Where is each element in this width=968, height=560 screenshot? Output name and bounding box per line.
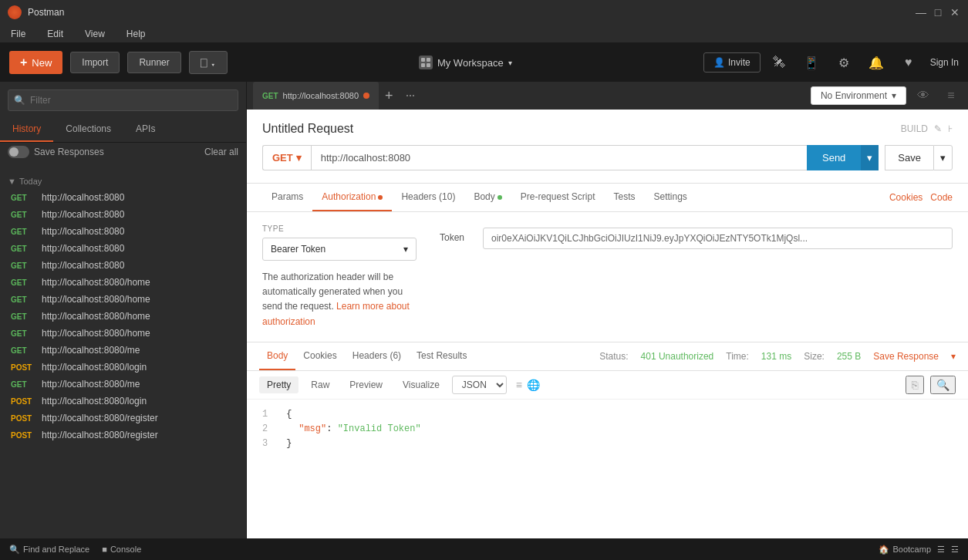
code-link[interactable]: Code (930, 192, 953, 203)
line-number: 1 (262, 407, 268, 422)
url-input[interactable] (311, 145, 807, 170)
list-item[interactable]: POST http://localhost:8080/register (8, 410, 238, 427)
list-item[interactable]: GET http://localhost:8080/me (8, 342, 238, 359)
list-item[interactable]: POST http://localhost:8080/login (8, 359, 238, 376)
send-button[interactable]: Send (807, 145, 861, 170)
list-item[interactable]: POST http://localhost:8080/login (8, 393, 238, 410)
list-item[interactable]: GET http://localhost:8080/home (8, 325, 238, 342)
find-replace-button[interactable]: 🔍 Find and Replace (9, 545, 89, 555)
invite-button[interactable]: 👤 Invite (703, 52, 761, 73)
menu-edit[interactable]: Edit (42, 27, 68, 41)
response-meta: Status: 401 Unauthorized Time: 131 ms Si… (599, 351, 956, 362)
code-line-3: 3 } (262, 437, 953, 451)
search-response-button[interactable]: 🔍 (930, 376, 956, 394)
sidebar-search-area: 🔍 (0, 82, 246, 116)
request-bar: GET ▾ Send ▾ Save ▾ (262, 145, 953, 170)
list-item[interactable]: GET http://localhost:8080 (8, 240, 238, 257)
save-response-button[interactable]: Save Response (873, 351, 939, 362)
json-value: "Invalid Token" (338, 423, 421, 434)
format-type-select[interactable]: JSON (452, 376, 507, 394)
sidebar: 🔍 History Collections APIs Save Response… (0, 82, 247, 538)
add-tab-button[interactable]: + (379, 88, 400, 104)
sidebar-tab-apis[interactable]: APIs (123, 116, 167, 142)
minimize-button[interactable]: — (916, 7, 926, 18)
bell-icon-button[interactable]: 🔔 (865, 52, 887, 73)
satellite-icon-button[interactable]: 🛰 (768, 52, 790, 73)
request-tab[interactable]: GET http://localhost:8080 (253, 82, 379, 110)
list-item[interactable]: GET http://localhost:8080 (8, 223, 238, 240)
settings-env-icon-button[interactable]: ≡ (940, 85, 962, 106)
layout-button[interactable]: ⎕ ▾ (189, 51, 228, 74)
more-tabs-button[interactable]: ⋯ (400, 90, 421, 101)
console-button[interactable]: ■ Console (102, 545, 141, 554)
menu-file[interactable]: File (6, 27, 30, 41)
tab-settings[interactable]: Settings (645, 184, 696, 211)
res-tab-test-results[interactable]: Test Results (409, 342, 474, 370)
format-tab-pretty[interactable]: Pretty (259, 376, 298, 393)
list-item[interactable]: GET http://localhost:8080/home (8, 308, 238, 325)
menu-help[interactable]: Help (122, 27, 150, 41)
history-url: http://localhost:8080/me (42, 345, 140, 356)
tab-params[interactable]: Params (262, 184, 312, 211)
res-tab-body[interactable]: Body (259, 342, 295, 370)
format-tab-visualize[interactable]: Visualize (395, 376, 447, 393)
environment-selector[interactable]: No Environment ▾ (811, 86, 906, 105)
bootcamp-button[interactable]: 🏠 Bootcamp (879, 545, 931, 555)
bearer-token-select[interactable]: Bearer Token ▾ (262, 238, 417, 261)
workspace-button[interactable]: My Workspace ▾ (419, 56, 512, 69)
search-input[interactable] (8, 89, 238, 111)
format-tab-preview[interactable]: Preview (342, 376, 390, 393)
res-tab-cookies[interactable]: Cookies (295, 342, 344, 370)
token-input[interactable] (483, 228, 953, 249)
copy-icon-button[interactable]: ⎘ (906, 376, 924, 394)
save-dropdown-button[interactable]: ▾ (933, 145, 953, 170)
tab-prerequest[interactable]: Pre-request Script (511, 184, 605, 211)
tab-body[interactable]: Body (464, 184, 511, 211)
size-label: Size: (804, 351, 825, 362)
tab-tests[interactable]: Tests (604, 184, 644, 211)
save-responses-toggle[interactable] (8, 146, 29, 158)
heart-icon-button[interactable]: ♥ (898, 52, 919, 73)
tab-headers[interactable]: Headers (10) (392, 184, 464, 211)
chevron-down-icon: ▾ (892, 90, 896, 101)
save-button[interactable]: Save (885, 145, 933, 170)
json-close-brace: } (286, 437, 292, 451)
res-tab-headers[interactable]: Headers (6) (345, 342, 409, 370)
table-icon[interactable]: ⊦ (948, 123, 953, 134)
send-dropdown-button[interactable]: ▾ (861, 145, 879, 170)
close-button[interactable]: ✕ (949, 7, 960, 18)
import-button[interactable]: Import (70, 52, 120, 73)
list-item[interactable]: GET http://localhost:8080 (8, 257, 238, 274)
grid-view-button[interactable]: ☰ (937, 545, 945, 555)
build-label: BUILD (901, 123, 928, 134)
edit-icon[interactable]: ✎ (934, 123, 942, 134)
menu-view[interactable]: View (80, 27, 110, 41)
code-line-1: 1 { (262, 407, 953, 422)
list-item[interactable]: GET http://localhost:8080/me (8, 376, 238, 393)
list-item[interactable]: GET http://localhost:8080 (8, 206, 238, 223)
sidebar-tab-history[interactable]: History (0, 116, 53, 142)
list-item[interactable]: GET http://localhost:8080/home (8, 274, 238, 291)
list-item[interactable]: GET http://localhost:8080 (8, 189, 238, 206)
sign-in-button[interactable]: Sign In (930, 57, 959, 68)
method-badge: POST (11, 363, 35, 372)
phone-icon-button[interactable]: 📱 (801, 52, 822, 73)
tab-authorization[interactable]: Authorization (312, 184, 392, 211)
workspace-label: My Workspace (437, 57, 504, 69)
sidebar-tab-collections[interactable]: Collections (53, 116, 123, 142)
response-code-area: 1 { 2 "msg": "Invalid Token" 3 } (247, 400, 968, 538)
save-response-chevron[interactable]: ▾ (951, 351, 956, 362)
align-icon[interactable]: ≡ (516, 379, 522, 391)
list-item[interactable]: GET http://localhost:8080/home (8, 291, 238, 308)
maximize-button[interactable]: □ (933, 7, 943, 18)
cookies-link[interactable]: Cookies (889, 192, 922, 203)
eye-icon-button[interactable]: 👁 (912, 85, 934, 106)
split-view-button[interactable]: ☲ (951, 545, 959, 555)
settings-icon-button[interactable]: ⚙ (833, 52, 855, 73)
runner-button[interactable]: Runner (127, 52, 180, 73)
method-select[interactable]: GET ▾ (262, 145, 311, 170)
new-button[interactable]: + New (9, 51, 62, 74)
list-item[interactable]: POST http://localhost:8080/register (8, 427, 238, 444)
clear-all-button[interactable]: Clear all (204, 147, 238, 157)
format-tab-raw[interactable]: Raw (303, 376, 337, 393)
